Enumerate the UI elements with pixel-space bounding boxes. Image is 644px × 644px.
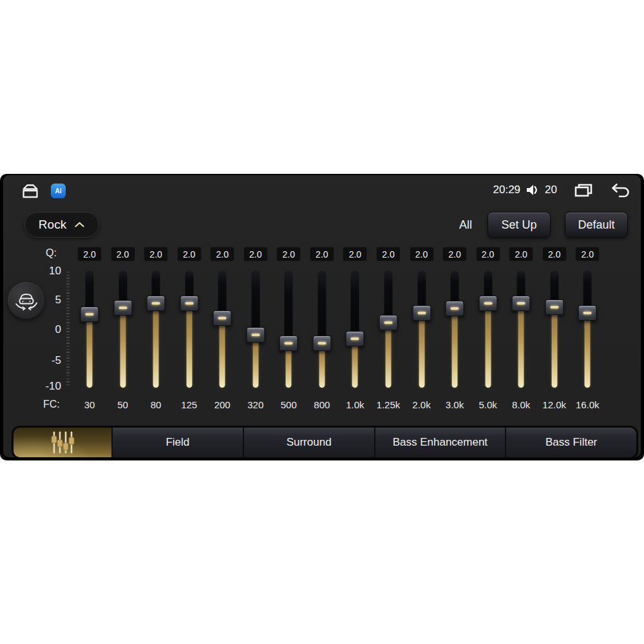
slider-handle[interactable] — [180, 296, 198, 311]
q-value-badge[interactable]: 2.0 — [442, 247, 467, 261]
q-value-badge[interactable]: 2.0 — [343, 247, 367, 261]
tab-label: Bass Enhancement — [393, 436, 488, 449]
q-value-badge[interactable]: 2.0 — [210, 247, 234, 261]
q-value-badge[interactable]: 2.0 — [509, 247, 533, 261]
q-value: 2.0 — [249, 249, 261, 260]
slider-handle[interactable] — [246, 327, 265, 343]
slider-track-lower[interactable] — [120, 307, 126, 388]
slider-handle-mark — [417, 312, 426, 314]
eq-band: 2.0 2.0k — [405, 247, 439, 417]
q-value-badge[interactable]: 2.0 — [77, 247, 102, 261]
slider-track-lower[interactable] — [585, 312, 591, 388]
slider-track-upper[interactable] — [351, 270, 359, 338]
slider-handle-mark — [550, 306, 558, 308]
slider-handle-mark — [451, 307, 459, 310]
eq-band: 2.0 1.0k — [338, 247, 372, 417]
q-value: 2.0 — [316, 249, 328, 260]
q-value-badge[interactable]: 2.0 — [276, 247, 301, 261]
frequency-label: 2.0k — [405, 399, 439, 410]
slider-handle-mark — [86, 313, 94, 316]
slider-handle-mark — [317, 342, 326, 345]
q-value: 2.0 — [415, 249, 428, 260]
tab-bass-enhancement[interactable]: Bass Enhancement — [374, 428, 506, 457]
eq-band: 2.0 320 — [239, 247, 272, 417]
q-value-badge[interactable]: 2.0 — [410, 247, 434, 261]
tab-field[interactable]: Field — [111, 428, 243, 457]
q-value: 2.0 — [349, 249, 361, 260]
slider-track-lower[interactable] — [419, 312, 424, 388]
slider-handle[interactable] — [412, 305, 431, 321]
tab-surround[interactable]: Surround — [243, 428, 374, 457]
frequency-label: 1.25k — [372, 399, 405, 410]
eq-bands: 2.0 30 2.0 50 2.0 80 2.0 125 2.0 200 2.0 — [3, 175, 641, 457]
slider-track-lower[interactable] — [153, 303, 159, 388]
q-value-badge[interactable]: 2.0 — [177, 247, 202, 261]
q-value-badge[interactable]: 2.0 — [111, 247, 135, 261]
frequency-label: 50 — [106, 399, 140, 410]
slider-handle-mark — [583, 312, 592, 314]
slider-handle-mark — [251, 334, 260, 336]
slider-handle[interactable] — [80, 307, 99, 322]
slider-handle[interactable] — [545, 299, 564, 315]
eq-band: 2.0 5.0k — [471, 247, 505, 417]
q-value-badge[interactable]: 2.0 — [575, 247, 600, 261]
frequency-label: 125 — [173, 399, 206, 410]
q-value-badge[interactable]: 2.0 — [476, 247, 500, 261]
frequency-label: 500 — [272, 399, 305, 410]
eq-band: 2.0 16.0k — [571, 247, 604, 417]
slider-handle[interactable] — [512, 296, 531, 311]
car-surround-icon — [14, 290, 39, 311]
frequency-label: 320 — [239, 399, 272, 410]
q-value: 2.0 — [283, 249, 295, 260]
eq-band: 2.0 80 — [139, 247, 173, 417]
slider-handle[interactable] — [446, 301, 464, 316]
slider-track-lower[interactable] — [518, 303, 524, 388]
q-value: 2.0 — [149, 249, 162, 260]
slider-handle[interactable] — [379, 315, 397, 330]
slider-handle-mark — [517, 302, 526, 305]
slider-track-lower[interactable] — [551, 307, 557, 388]
slider-handle-mark — [484, 302, 492, 305]
eq-band: 2.0 500 — [272, 247, 305, 417]
q-value: 2.0 — [216, 249, 228, 260]
slider-track-lower[interactable] — [220, 317, 225, 388]
slider-handle[interactable] — [113, 300, 132, 316]
slider-handle[interactable] — [312, 336, 331, 351]
slider-handle-mark — [285, 342, 293, 345]
slider-track-lower[interactable] — [87, 314, 93, 388]
q-value-badge[interactable]: 2.0 — [310, 247, 334, 261]
bottom-tab-bar: Field Surround Bass Enhancement Bass Fil… — [12, 426, 638, 459]
slider-track-upper[interactable] — [317, 270, 326, 343]
q-value-badge[interactable]: 2.0 — [542, 247, 567, 261]
slider-handle[interactable] — [147, 296, 166, 311]
slider-track-lower[interactable] — [485, 303, 491, 388]
slider-handle[interactable] — [279, 336, 298, 351]
q-value: 2.0 — [582, 249, 594, 260]
slider-track-lower[interactable] — [452, 308, 458, 388]
slider-handle[interactable] — [578, 305, 597, 321]
slider-handle-mark — [118, 307, 127, 309]
frequency-label: 80 — [139, 399, 173, 410]
eq-band: 2.0 125 — [173, 247, 206, 417]
frequency-label: 800 — [305, 399, 339, 410]
slider-handle[interactable] — [478, 296, 497, 311]
slider-handle-mark — [351, 337, 359, 340]
slider-track-upper[interactable] — [285, 270, 293, 343]
tab-bass-filter[interactable]: Bass Filter — [505, 428, 636, 457]
q-value-badge[interactable]: 2.0 — [243, 247, 268, 261]
tab-label: Surround — [287, 436, 332, 449]
q-value-badge[interactable]: 2.0 — [144, 247, 168, 261]
slider-handle[interactable] — [346, 331, 365, 346]
q-value-badge[interactable]: 2.0 — [376, 247, 401, 261]
slider-track-lower[interactable] — [186, 303, 192, 388]
frequency-label: 8.0k — [504, 399, 538, 410]
car-audio-button[interactable] — [8, 282, 44, 319]
slider-handle-mark — [152, 302, 160, 305]
tab-equalizer[interactable] — [14, 428, 111, 457]
slider-handle[interactable] — [213, 310, 232, 326]
frequency-label: 30 — [73, 399, 106, 410]
slider-track-lower[interactable] — [385, 322, 391, 388]
slider-track-upper[interactable] — [251, 270, 260, 334]
eq-band: 2.0 1.25k — [372, 247, 405, 417]
q-value: 2.0 — [117, 249, 129, 260]
